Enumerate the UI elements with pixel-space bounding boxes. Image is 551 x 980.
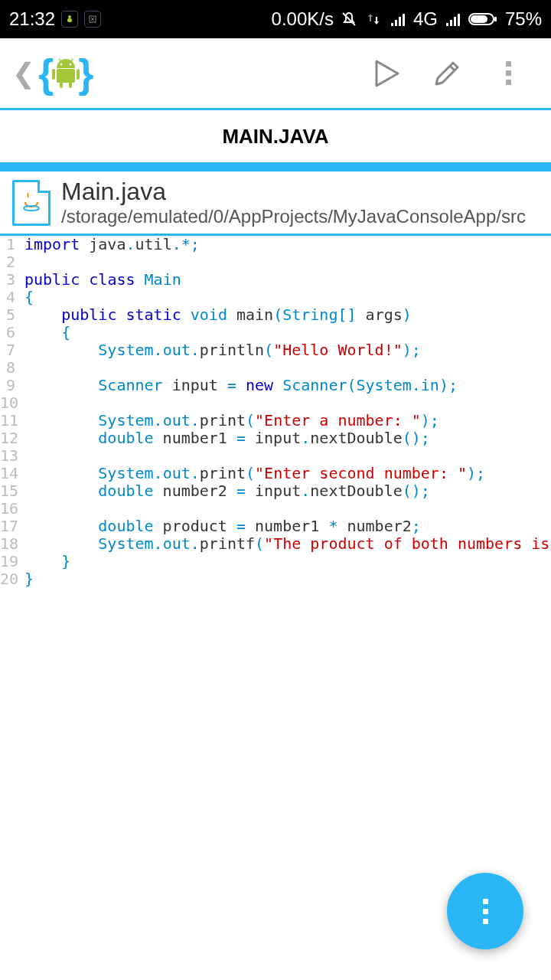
- line-number: 18: [0, 535, 15, 553]
- code-line[interactable]: public class Main: [24, 271, 551, 289]
- line-number: 11: [0, 412, 15, 430]
- app-toolbar: ❮ { }: [0, 38, 551, 110]
- svg-point-28: [24, 206, 39, 211]
- svg-rect-5: [395, 20, 397, 26]
- svg-rect-7: [403, 14, 405, 26]
- edit-button[interactable]: [416, 51, 478, 96]
- code-line[interactable]: System.out.println("Hello World!");: [24, 341, 551, 359]
- line-number: 13: [0, 447, 15, 465]
- mute-icon: [340, 10, 358, 28]
- svg-rect-11: [458, 14, 460, 26]
- code-line[interactable]: double number2 = input.nextDouble();: [24, 482, 551, 500]
- code-editor[interactable]: 1234567891011121314151617181920 import j…: [0, 236, 551, 588]
- code-line[interactable]: [24, 359, 551, 377]
- battery-icon: [468, 10, 499, 28]
- line-number: 16: [0, 500, 15, 518]
- more-vert-icon: [499, 58, 517, 89]
- code-line[interactable]: [24, 394, 551, 412]
- line-number: 8: [0, 359, 15, 377]
- file-name: Main.java: [61, 178, 539, 206]
- svg-rect-8: [446, 23, 448, 26]
- code-line[interactable]: [24, 447, 551, 465]
- run-button[interactable]: [355, 51, 416, 96]
- pencil-icon: [429, 55, 465, 92]
- app-running-icon-1: [61, 11, 78, 28]
- svg-rect-1: [67, 18, 72, 22]
- svg-line-24: [450, 66, 455, 70]
- line-number: 17: [0, 518, 15, 535]
- app-running-icon-2: [84, 11, 101, 28]
- android-icon: [51, 57, 81, 90]
- svg-rect-20: [52, 69, 55, 80]
- svg-rect-22: [60, 82, 63, 88]
- code-line[interactable]: System.out.printf("The product of both n…: [24, 535, 551, 553]
- status-bar: 21:32 0.00K/s 4G 75%: [0, 0, 551, 38]
- svg-rect-6: [399, 17, 401, 26]
- svg-point-15: [60, 63, 63, 65]
- app-logo[interactable]: { }: [38, 51, 94, 96]
- network-type: 4G: [413, 8, 438, 30]
- line-number: 10: [0, 394, 15, 412]
- code-line[interactable]: public static void main(String[] args): [24, 306, 551, 324]
- svg-point-0: [68, 15, 71, 18]
- code-line[interactable]: {: [24, 324, 551, 341]
- code-line[interactable]: }: [24, 570, 551, 588]
- line-number: 14: [0, 465, 15, 482]
- code-line[interactable]: [24, 253, 551, 271]
- line-number: 15: [0, 482, 15, 500]
- back-icon[interactable]: ❮: [12, 57, 35, 90]
- svg-rect-14: [494, 17, 497, 21]
- java-file-icon: [12, 180, 51, 226]
- battery-percent: 75%: [505, 8, 542, 30]
- more-vert-icon: [483, 899, 488, 924]
- line-number: 4: [0, 289, 15, 306]
- line-number: 19: [0, 553, 15, 570]
- data-transfer-icon: [364, 10, 383, 28]
- code-line[interactable]: System.out.print("Enter a number: ");: [24, 412, 551, 430]
- line-number: 12: [0, 430, 15, 447]
- overflow-menu-button[interactable]: [478, 51, 539, 96]
- signal-icon-2: [444, 10, 462, 28]
- line-number: 5: [0, 306, 15, 324]
- code-line[interactable]: {: [24, 289, 551, 306]
- code-line[interactable]: double product = number1 * number2;: [24, 518, 551, 535]
- code-line[interactable]: [24, 500, 551, 518]
- svg-point-16: [70, 63, 72, 65]
- signal-icon-1: [389, 10, 407, 28]
- line-number: 9: [0, 377, 15, 394]
- code-line[interactable]: Scanner input = new Scanner(System.in);: [24, 377, 551, 394]
- svg-rect-19: [57, 69, 75, 83]
- line-number: 3: [0, 271, 15, 289]
- line-number: 7: [0, 341, 15, 359]
- status-time: 21:32: [9, 8, 55, 30]
- svg-rect-27: [506, 80, 511, 85]
- fab-menu-button[interactable]: [447, 873, 523, 949]
- line-number: 6: [0, 324, 15, 341]
- line-gutter: 1234567891011121314151617181920: [0, 236, 18, 588]
- code-line[interactable]: System.out.print("Enter second number: "…: [24, 465, 551, 482]
- svg-line-3: [343, 13, 355, 25]
- svg-rect-4: [391, 23, 393, 26]
- network-speed: 0.00K/s: [272, 8, 334, 30]
- code-line[interactable]: }: [24, 553, 551, 570]
- svg-rect-13: [471, 15, 487, 23]
- code-line[interactable]: import java.util.*;: [24, 236, 551, 253]
- file-header[interactable]: Main.java /storage/emulated/0/AppProject…: [0, 172, 551, 236]
- line-number: 20: [0, 570, 15, 588]
- code-line[interactable]: double number1 = input.nextDouble();: [24, 430, 551, 447]
- svg-rect-23: [69, 82, 72, 88]
- svg-rect-26: [506, 70, 511, 76]
- play-icon: [367, 55, 404, 92]
- svg-rect-9: [450, 20, 452, 26]
- line-number: 1: [0, 236, 15, 253]
- code-content[interactable]: import java.util.*;public class Main{ pu…: [18, 236, 551, 588]
- line-number: 2: [0, 253, 15, 271]
- file-path: /storage/emulated/0/AppProjects/MyJavaCo…: [61, 206, 539, 227]
- svg-rect-10: [454, 17, 456, 26]
- svg-rect-25: [506, 61, 511, 67]
- tab-main-java[interactable]: MAIN.JAVA: [222, 125, 328, 149]
- tab-bar: MAIN.JAVA: [0, 110, 551, 172]
